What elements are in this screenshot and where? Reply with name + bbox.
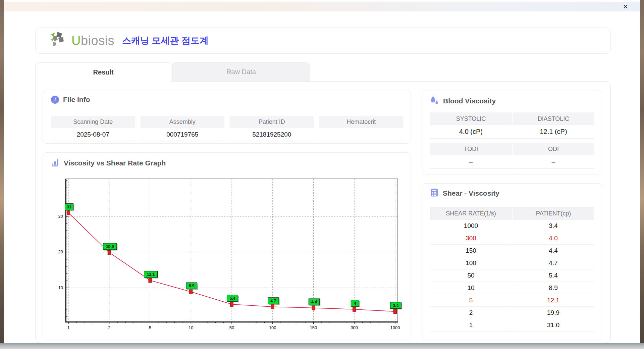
bar-chart-icon: [51, 158, 60, 168]
taskbar: [0, 343, 644, 349]
field-patient-id: Patient ID 52181925200: [230, 116, 314, 141]
field-value: 2025-08-07: [51, 128, 135, 141]
metric-value-todi: –: [430, 155, 512, 169]
field-value: [319, 128, 404, 141]
metric-label-odi: ODI: [513, 143, 594, 155]
metric-value-systolic: 4.0 (cP): [430, 125, 512, 139]
shear-viscosity-card: Shear - Viscosity SHEAR RATE(1/s) PATIEN…: [422, 183, 602, 341]
svg-text:1000: 1000: [390, 325, 400, 330]
cell-patient-viscosity: 5.4: [512, 269, 594, 282]
calculator-icon: [430, 188, 439, 198]
svg-text:19.9: 19.9: [106, 244, 114, 249]
tab-result[interactable]: Result: [35, 62, 171, 82]
svg-text:4.4: 4.4: [311, 300, 317, 304]
metric-value-diastolic: 12.1 (cP): [513, 125, 594, 139]
blood-viscosity-title: Blood Viscosity: [443, 97, 496, 105]
metric-value-odi: –: [513, 155, 594, 169]
column-header-patient: PATIENT(cp): [513, 207, 594, 220]
graph-title: Viscosity vs Shear Rate Graph: [64, 159, 166, 167]
window-titlebar: ✕: [4, 2, 640, 11]
app-window: ✕ Ubiosis 스캐닝 모세관 점도계 Result Raw Data: [0, 0, 644, 349]
logo-letter-u: U: [71, 34, 81, 48]
cell-shear-rate: 1000: [430, 220, 512, 232]
desktop-wallpaper-right: [640, 0, 644, 343]
file-info-card: i File Info Scanning Date 2025-08-07 Ass…: [43, 90, 411, 144]
field-label: Hematocrit: [319, 116, 404, 128]
droplet-icon: [430, 96, 439, 106]
field-assembly: Assembly 000719765: [141, 116, 225, 141]
svg-text:3.4: 3.4: [393, 303, 399, 308]
cell-patient-viscosity: 8.9: [512, 282, 594, 294]
svg-text:2: 2: [108, 325, 110, 330]
cell-patient-viscosity: 19.9: [512, 307, 594, 319]
viscosity-shear-chart: 102030125105010015030010003119.912.18.95…: [51, 174, 403, 336]
close-icon[interactable]: ✕: [621, 2, 630, 11]
metric-label-diastolic: DIASTOLIC: [513, 112, 594, 125]
file-info-title: File Info: [63, 96, 90, 104]
cell-shear-rate: 2: [430, 307, 512, 319]
field-hematocrit: Hematocrit: [319, 116, 404, 141]
desktop-wallpaper-left: [0, 0, 4, 343]
shear-viscosity-title: Shear - Viscosity: [443, 189, 499, 197]
table-row: 512.1: [430, 294, 594, 307]
cell-patient-viscosity: 31.0: [512, 319, 594, 331]
logo-rest: biosis: [81, 34, 114, 48]
ubiosis-logo-text: Ubiosis: [71, 34, 114, 48]
svg-text:12.1: 12.1: [147, 272, 155, 277]
table-row: 10003.4: [430, 220, 594, 232]
table-row: 131.0: [430, 319, 594, 332]
viscosity-graph-card: Viscosity vs Shear Rate Graph 1020301251…: [43, 152, 411, 341]
svg-text:31: 31: [67, 205, 71, 209]
cell-patient-viscosity: 12.1: [512, 294, 594, 306]
cell-patient-viscosity: 4.0: [512, 232, 594, 244]
svg-text:150: 150: [310, 325, 317, 330]
field-label: Scanning Date: [51, 116, 135, 128]
svg-text:5.4: 5.4: [230, 296, 235, 301]
svg-text:4: 4: [354, 301, 356, 306]
cell-patient-viscosity: 4.4: [512, 245, 594, 257]
cell-patient-viscosity: 3.4: [512, 220, 594, 232]
shear-viscosity-table: SHEAR RATE(1/s) PATIENT(cp) 10003.43004.…: [430, 207, 594, 332]
field-value: 52181925200: [230, 128, 314, 141]
table-row: 108.9: [430, 282, 594, 294]
metric-label-todi: TODI: [430, 143, 512, 155]
table-row: 3004.0: [430, 232, 594, 245]
blood-viscosity-card: Blood Viscosity SYSTOLIC DIASTOLIC 4.0 (…: [422, 90, 602, 174]
svg-text:20: 20: [58, 249, 63, 254]
svg-text:1: 1: [67, 325, 69, 330]
svg-text:300: 300: [351, 325, 358, 330]
shear-table-body: 10003.43004.01504.41004.7505.4108.9512.1…: [430, 220, 594, 332]
svg-text:10: 10: [189, 325, 193, 330]
table-row: 1004.7: [430, 257, 594, 269]
app-title-korean: 스캐닝 모세관 점도계: [122, 28, 209, 53]
field-scanning-date: Scanning Date 2025-08-07: [51, 116, 135, 141]
field-label: Patient ID: [230, 116, 314, 128]
svg-text:8.9: 8.9: [189, 284, 195, 288]
cell-patient-viscosity: 4.7: [512, 257, 594, 269]
svg-text:5: 5: [149, 325, 151, 330]
cell-shear-rate: 150: [430, 245, 512, 257]
svg-text:4.7: 4.7: [270, 299, 276, 303]
cell-shear-rate: 10: [430, 282, 512, 294]
cell-shear-rate: 5: [430, 294, 512, 306]
table-row: 219.9: [430, 307, 594, 319]
svg-text:10: 10: [58, 285, 63, 290]
info-icon: i: [51, 96, 59, 104]
cell-shear-rate: 1: [430, 319, 512, 331]
cell-shear-rate: 300: [430, 232, 512, 244]
column-header-shear-rate: SHEAR RATE(1/s): [430, 207, 512, 220]
svg-text:100: 100: [269, 325, 276, 330]
table-row: 505.4: [430, 269, 594, 282]
tab-raw-data[interactable]: Raw Data: [172, 62, 310, 81]
field-label: Assembly: [141, 116, 225, 128]
svg-text:50: 50: [229, 325, 234, 330]
brand-header-card: Ubiosis 스캐닝 모세관 점도계: [35, 28, 611, 54]
metric-label-systolic: SYSTOLIC: [430, 112, 512, 125]
svg-text:30: 30: [58, 214, 63, 219]
cell-shear-rate: 100: [430, 257, 512, 269]
field-value: 000719765: [141, 128, 225, 141]
table-row: 1504.4: [430, 245, 594, 257]
cell-shear-rate: 50: [430, 269, 512, 282]
ubiosis-logo-icon: [51, 31, 67, 50]
